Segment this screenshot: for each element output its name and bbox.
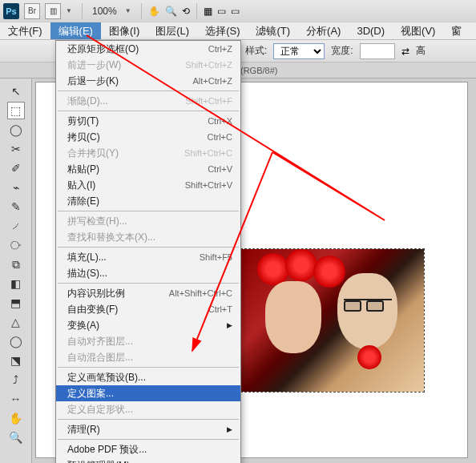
menu-edit[interactable]: 编辑(E)	[50, 22, 101, 39]
menu-image[interactable]: 图像(I)	[101, 22, 147, 39]
menu-item-shortcut: Shift+Ctrl+C	[184, 148, 232, 158]
brush-tool[interactable]: ✎	[7, 198, 25, 215]
swap-icon[interactable]: ⇄	[401, 46, 409, 57]
menu-item[interactable]: 清理(R)▶	[56, 421, 240, 437]
menu-item[interactable]: 自由变换(F)Ctrl+T	[56, 301, 240, 317]
menu-item[interactable]: 定义图案...	[56, 385, 240, 401]
arrange-doc-icon[interactable]: ▭	[217, 6, 226, 17]
menu-item-label: 定义自定形状...	[67, 403, 133, 417]
menu-item-shortcut: Ctrl+Z	[208, 44, 232, 54]
style-select[interactable]: 正常	[273, 43, 325, 59]
menu-item[interactable]: Adobe PDF 预设...	[56, 441, 240, 457]
history-brush-tool[interactable]: ⧂	[7, 236, 25, 254]
submenu-arrow-icon: ▶	[227, 425, 232, 433]
menu-item-label: 后退一步(K)	[67, 74, 119, 88]
menu-item-label: Adobe PDF 预设...	[67, 443, 147, 457]
menu-item-shortcut: Alt+Shift+Ctrl+C	[169, 288, 232, 298]
menu-item-label: 定义图案...	[67, 387, 114, 401]
tools-panel: ↖ ⬚ ◯ ✂ ✐ ⌁ ✎ ⟋ ⧂ ⧉ ◧ ⬒ △ ◯ ⬔ ⤴ ↔ ✋ 🔍	[0, 79, 32, 463]
menu-item: 查找和替换文本(X)...	[56, 229, 240, 245]
menu-select[interactable]: 选择(S)	[197, 22, 248, 39]
screen-mode-icon[interactable]: ▭	[231, 6, 240, 17]
crop-tool[interactable]: ✂	[7, 140, 25, 158]
selection-region	[240, 248, 425, 393]
healing-tool[interactable]: ⌁	[7, 179, 25, 196]
menu-item-label: 预设管理器(M)...	[67, 459, 138, 464]
menu-item[interactable]: 变换(A)▶	[56, 317, 240, 333]
arrange-grid-icon[interactable]: ▦	[204, 6, 212, 17]
menu-item[interactable]: 拷贝(C)Ctrl+C	[56, 129, 240, 145]
path-tool[interactable]: ⤴	[7, 371, 25, 389]
menu-separator	[58, 211, 239, 211]
zoom-dropdown-icon[interactable]: ▼	[125, 7, 135, 14]
menu-item-shortcut: Shift+Ctrl+Z	[185, 60, 232, 70]
menu-separator	[58, 283, 239, 284]
width-input[interactable]	[360, 43, 395, 59]
shape-tool[interactable]: ↔	[7, 390, 25, 408]
menu-item-label: 剪切(T)	[67, 115, 99, 128]
menu-item[interactable]: 内容识别比例Alt+Shift+Ctrl+C	[56, 285, 240, 301]
menu-item[interactable]: 定义画笔预设(B)...	[56, 369, 240, 385]
lasso-tool[interactable]: ◯	[7, 121, 25, 139]
menu-item-label: 粘贴(P)	[67, 163, 99, 176]
menu-item-label: 拷贝(C)	[67, 131, 100, 144]
width-label: 宽度:	[331, 44, 353, 58]
menu-window[interactable]: 窗	[443, 22, 470, 39]
eyedropper-tool[interactable]: ✐	[7, 159, 25, 177]
menu-item[interactable]: 还原矩形选框(O)Ctrl+Z	[56, 41, 240, 57]
menu-3d[interactable]: 3D(D)	[349, 22, 393, 39]
dodge-tool[interactable]: △	[7, 313, 25, 331]
menu-file[interactable]: 文件(F)	[0, 22, 50, 39]
bridge-button[interactable]: Br	[24, 3, 40, 19]
hand-tool-icon[interactable]: ✋	[148, 6, 160, 17]
zoom-level[interactable]: 100%	[92, 6, 117, 17]
menu-item[interactable]: 清除(E)	[56, 193, 240, 209]
menu-item-shortcut: Shift+F5	[200, 252, 232, 262]
submenu-arrow-icon: ▶	[227, 321, 232, 329]
photo-content	[241, 249, 424, 392]
menu-item-label: 描边(S)...	[67, 267, 107, 280]
menu-item-label: 查找和替换文本(X)...	[67, 231, 155, 244]
gradient-tool[interactable]: ◧	[7, 275, 25, 292]
menu-item-label: 定义画笔预设(B)...	[67, 371, 146, 384]
menu-analysis[interactable]: 分析(A)	[298, 22, 349, 39]
rotate-icon[interactable]: ⟲	[182, 6, 190, 17]
zoom-tool-icon[interactable]: 🔍	[165, 6, 177, 17]
menu-item: 自动对齐图层...	[56, 333, 240, 349]
menu-item[interactable]: 后退一步(K)Alt+Ctrl+Z	[56, 73, 240, 89]
menu-item-label: 合并拷贝(Y)	[67, 147, 119, 160]
clone-tool[interactable]: ⟋	[7, 217, 25, 235]
type-tool[interactable]: ⬔	[7, 352, 25, 369]
menu-item[interactable]: 描边(S)...	[56, 265, 240, 281]
menu-item-label: 变换(A)	[67, 319, 99, 332]
menu-separator	[58, 419, 239, 420]
height-label: 高	[416, 44, 426, 58]
marquee-tool[interactable]: ⬚	[7, 102, 25, 119]
pen-tool[interactable]: ◯	[7, 332, 25, 350]
menu-item[interactable]: 贴入(I)Shift+Ctrl+V	[56, 177, 240, 193]
menu-item[interactable]: 粘贴(P)Ctrl+V	[56, 161, 240, 177]
hand-tool[interactable]: ✋	[7, 409, 25, 427]
menu-item-shortcut: Ctrl+C	[208, 132, 232, 142]
top-toolbar: Ps Br ▥ ▼ 100% ▼ ✋ 🔍 ⟲ ▦ ▭ ▭	[0, 0, 476, 22]
menu-item: 定义自定形状...	[56, 401, 240, 417]
eraser-tool[interactable]: ⧉	[7, 256, 25, 273]
film-strip-icon[interactable]: ▥	[45, 3, 61, 19]
menu-item[interactable]: 剪切(T)Ctrl+X	[56, 113, 240, 129]
menu-item[interactable]: 预设管理器(M)...	[56, 457, 240, 463]
zoom-tool[interactable]: 🔍	[7, 429, 25, 446]
menu-view[interactable]: 视图(V)	[393, 22, 443, 39]
menu-filter[interactable]: 滤镜(T)	[248, 22, 298, 39]
menu-item-shortcut: Ctrl+X	[208, 116, 232, 126]
dropdown-arrow-icon[interactable]: ▼	[66, 7, 75, 14]
move-tool[interactable]: ↖	[7, 83, 25, 100]
menu-item-shortcut: Shift+Ctrl+V	[185, 180, 232, 190]
menu-item[interactable]: 填充(L)...Shift+F5	[56, 249, 240, 265]
menu-item-shortcut: Ctrl+T	[208, 304, 232, 314]
blur-tool[interactable]: ⬒	[7, 294, 25, 312]
menu-item-shortcut: Shift+Ctrl+F	[185, 96, 232, 106]
menu-separator	[58, 91, 239, 91]
menu-layer[interactable]: 图层(L)	[147, 22, 197, 39]
ps-logo: Ps	[3, 3, 19, 19]
menu-bar: 文件(F) 编辑(E) 图像(I) 图层(L) 选择(S) 滤镜(T) 分析(A…	[0, 22, 476, 40]
